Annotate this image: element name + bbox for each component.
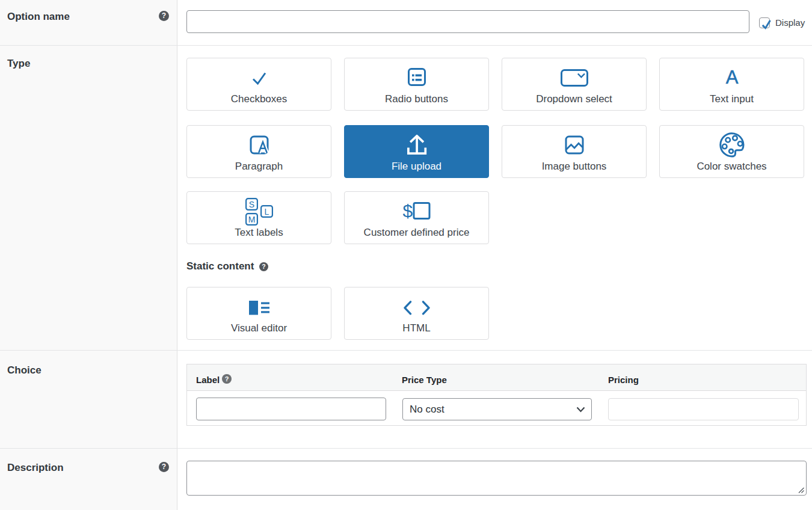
svg-text:L: L (264, 207, 269, 217)
svg-text:M: M (248, 215, 255, 224)
svg-text:A: A (725, 67, 738, 85)
svg-text:S: S (248, 200, 254, 209)
svg-text:$: $ (402, 201, 413, 220)
